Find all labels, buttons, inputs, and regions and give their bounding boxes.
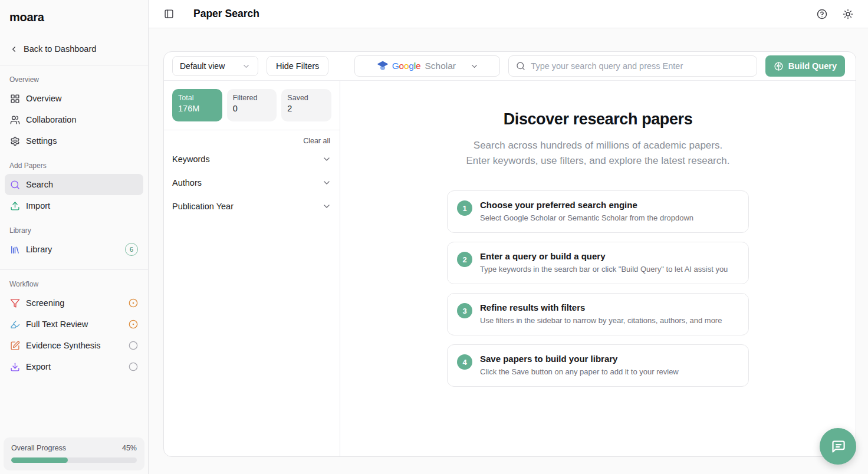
- search-input[interactable]: [531, 61, 749, 71]
- users-icon: [10, 115, 20, 125]
- help-circle-icon: [817, 9, 827, 19]
- brain-icon: [774, 61, 784, 71]
- stat-label: Total: [178, 94, 216, 102]
- stat-value: 176M: [178, 104, 216, 113]
- chevron-down-icon: [470, 62, 479, 71]
- step-number-badge: 1: [457, 200, 472, 216]
- chat-fab-button[interactable]: [820, 428, 856, 465]
- step-number-badge: 4: [457, 354, 472, 370]
- step-number-badge: 3: [457, 303, 472, 318]
- view-select[interactable]: Default view: [172, 56, 258, 76]
- theme-toggle-button[interactable]: [840, 6, 856, 22]
- stat-value: 0: [233, 104, 271, 113]
- step-description: Use filters in the sidebar to narrow by …: [480, 316, 722, 325]
- gear-icon: [10, 136, 20, 146]
- sidebar-item-full-text-review[interactable]: Full Text Review: [5, 314, 143, 335]
- sidebar-item-screening[interactable]: Screening: [5, 292, 143, 314]
- result-stats-row: Total 176M Filtered 0 Saved 2: [172, 89, 331, 121]
- status-in-progress-icon: [129, 320, 138, 329]
- help-button[interactable]: [814, 6, 830, 22]
- stat-tab-filtered[interactable]: Filtered 0: [227, 89, 277, 121]
- filter-section-label: Authors: [172, 178, 202, 187]
- sidebar-item-library[interactable]: Library 6: [5, 239, 143, 260]
- step-card-4: 4 Save papers to build your library Clic…: [447, 344, 749, 387]
- step-description: Type keywords in the search bar or click…: [480, 265, 728, 274]
- search-icon: [516, 61, 525, 71]
- sidebar-item-label: Collaboration: [26, 115, 76, 124]
- search-engine-select[interactable]: Google Scholar: [354, 55, 500, 77]
- stat-tab-total[interactable]: Total 176M: [172, 89, 222, 121]
- overall-progress-card: Overall Progress 45%: [4, 437, 144, 470]
- status-in-progress-icon: [129, 298, 138, 308]
- empty-state-title: Discover research papers: [504, 110, 693, 129]
- sidebar-item-overview[interactable]: Overview: [5, 88, 143, 109]
- section-label-overview: Overview: [0, 65, 148, 88]
- sidebar-item-export[interactable]: Export: [5, 356, 143, 377]
- back-to-dashboard-label: Back to Dashboard: [24, 44, 96, 54]
- step-number-badge: 2: [457, 252, 472, 267]
- step-description: Click the Save button on any paper to ad…: [480, 367, 679, 376]
- build-query-label: Build Query: [788, 61, 837, 71]
- sidebar-toggle-button[interactable]: [160, 6, 177, 22]
- sidebar-item-search[interactable]: Search: [5, 174, 143, 195]
- sidebar-item-label: Settings: [26, 136, 57, 146]
- filter-section-authors[interactable]: Authors: [172, 171, 331, 195]
- sidebar-item-evidence-synthesis[interactable]: Evidence Synthesis: [5, 335, 143, 356]
- sidebar-item-label: Import: [26, 201, 50, 210]
- message-icon: [830, 439, 846, 455]
- nav-workflow-group: Screening Full Text Review Evidence Synt…: [0, 292, 148, 377]
- sidebar: moara Back to Dashboard Overview Overvie…: [0, 0, 149, 474]
- sidebar-item-label: Screening: [26, 298, 64, 308]
- chevron-down-icon: [322, 178, 331, 187]
- topbar: Paper Search: [149, 0, 868, 28]
- step-description: Select Google Scholar or Semantic Schola…: [480, 213, 693, 222]
- step-title: Refine results with filters: [480, 302, 722, 312]
- filter-section-publication-year[interactable]: Publication Year: [172, 195, 331, 218]
- progress-value: 45%: [122, 444, 137, 452]
- status-pending-icon: [129, 362, 138, 371]
- sidebar-item-label: Evidence Synthesis: [26, 341, 101, 350]
- nav-overview-group: Overview Collaboration Settings: [0, 88, 148, 152]
- back-to-dashboard-button[interactable]: Back to Dashboard: [5, 39, 143, 59]
- panel-left-icon: [164, 9, 174, 19]
- sidebar-item-collaboration[interactable]: Collaboration: [5, 109, 143, 130]
- stat-tab-saved[interactable]: Saved 2: [281, 89, 331, 121]
- sidebar-item-settings[interactable]: Settings: [5, 130, 143, 152]
- clear-all-button[interactable]: Clear all: [172, 130, 331, 147]
- build-query-button[interactable]: Build Query: [765, 55, 845, 77]
- search-toolbar: Default view Hide Filters Google Scholar: [164, 52, 856, 81]
- empty-state-subtitle: Search across hundreds of millions of ac…: [466, 138, 730, 169]
- library-icon: [10, 245, 20, 255]
- library-count-badge: 6: [125, 243, 138, 256]
- chevron-left-icon: [9, 45, 18, 54]
- stat-label: Filtered: [233, 94, 271, 102]
- sidebar-item-import[interactable]: Import: [5, 195, 143, 216]
- progress-bar: [11, 457, 137, 463]
- chevron-down-icon: [242, 62, 251, 71]
- page-title: Paper Search: [193, 8, 259, 20]
- search-icon: [10, 180, 20, 190]
- grid-icon: [10, 94, 20, 104]
- download-icon: [10, 362, 20, 372]
- google-wordmark: Google: [392, 61, 421, 71]
- funnel-icon: [10, 298, 20, 308]
- onboarding-steps: 1 Choose your preferred search engine Se…: [447, 190, 749, 387]
- chevron-down-icon: [322, 202, 331, 211]
- square-pen-icon: [10, 341, 20, 351]
- sidebar-item-label: Export: [26, 362, 51, 371]
- highlighter-icon: [10, 320, 20, 330]
- app-logo: moara: [0, 0, 148, 24]
- empty-state: Discover research papers Search across h…: [340, 81, 856, 456]
- filter-section-label: Publication Year: [172, 202, 234, 211]
- hide-filters-button[interactable]: Hide Filters: [267, 56, 328, 76]
- upload-icon: [10, 201, 20, 211]
- sun-icon: [843, 9, 853, 19]
- sidebar-item-label: Overview: [26, 94, 61, 103]
- status-pending-icon: [129, 341, 138, 350]
- section-label-add-papers: Add Papers: [0, 152, 148, 174]
- nav-add-papers-group: Search Import: [0, 174, 148, 216]
- sidebar-item-label: Full Text Review: [26, 320, 88, 329]
- filter-section-keywords[interactable]: Keywords: [172, 147, 331, 171]
- google-scholar-logo: Google Scholar: [376, 60, 456, 72]
- section-label-library: Library: [0, 216, 148, 239]
